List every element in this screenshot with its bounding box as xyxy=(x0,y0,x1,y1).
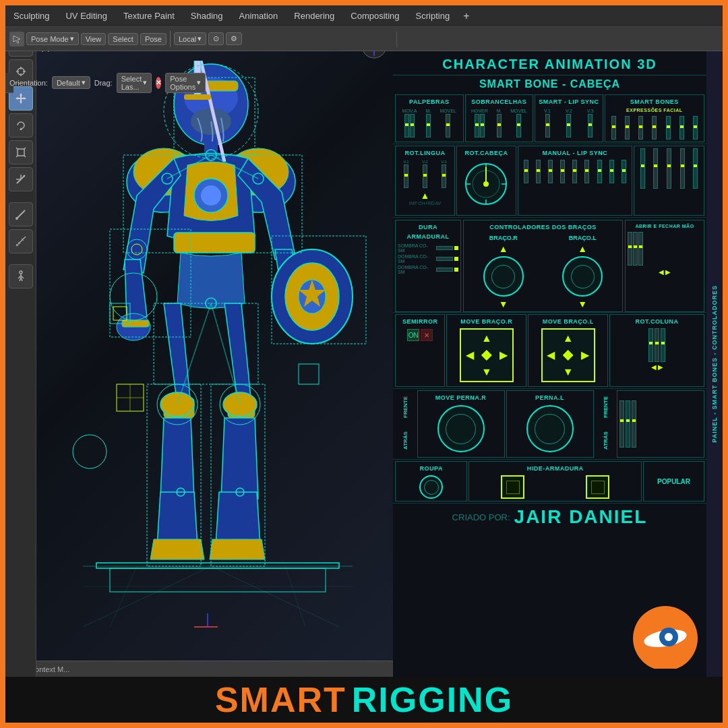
roupa-panel: ROUPA xyxy=(395,461,467,502)
menu-texture-paint[interactable]: Texture Paint xyxy=(121,9,177,22)
abrir-fechar-panel: ABRIR E FECHAR MÃO ◀ ▶ xyxy=(625,220,704,312)
braco-l-label: BRAÇO.L xyxy=(569,235,597,241)
move-braco-l-title: MOVE BRAÇO.L xyxy=(543,317,594,326)
select-btn[interactable]: Select xyxy=(108,33,138,45)
orientation-toolbar: Orientation: Default ▾ Drag: Select Las.… xyxy=(5,73,13,93)
rot-lingua-title: ROT.LINGUA xyxy=(398,148,452,158)
move-braco-l-pad[interactable]: ▲ ◀ ▶ ▼ xyxy=(541,328,595,382)
main-toolbar: Pose Mode▾ View Select Pose Local▾ ⊙ ⚙ xyxy=(5,27,723,51)
palpebras-panel: PALPEBRAS MOV.A M. xyxy=(395,94,464,142)
right-sidebar-panel: PAINEL - SMART BONES - CONTROLADORES xyxy=(706,51,723,677)
credit-section: CRIADO POR: JAIR DANIEL xyxy=(393,503,706,530)
right-content-area: CHARACTER ANIMATION 3D SMART BONE - CABE… xyxy=(393,51,706,677)
perna-row: FRENTE ATRÁS MOVE PERNA.R PERNA xyxy=(393,389,706,460)
svg-point-27 xyxy=(20,271,22,274)
perna-extra-panel xyxy=(617,390,704,458)
bottom-row: ROUPA HIDE-ARMADURA xyxy=(393,460,706,503)
top-controls-row: PALPEBRAS MOV.A M. xyxy=(393,93,706,144)
rot-coluna-panel: ROT.COLUNA ◀ ▶ xyxy=(609,314,704,387)
close-x-button[interactable]: ✕ xyxy=(156,77,161,89)
3d-viewport[interactable]: Z X xyxy=(36,27,393,677)
proportional-btn[interactable]: ⊙ xyxy=(208,32,224,45)
hide-armadura-title: HIDE-ARMADURA xyxy=(471,464,639,473)
move-perna-l-title: PERNA.L xyxy=(535,393,564,402)
rot-coluna-title: ROT.COLUNA xyxy=(636,317,679,326)
snap-btn[interactable]: ⚙ xyxy=(226,32,242,45)
perna-l-wheel[interactable] xyxy=(526,405,574,452)
menu-animation[interactable]: Animation xyxy=(237,9,281,22)
svg-line-16 xyxy=(24,155,26,157)
transform-tool-button[interactable] xyxy=(9,167,33,191)
orientation-label: Orientation: xyxy=(9,79,48,87)
svg-line-73 xyxy=(110,566,137,627)
pose-mode-dropdown[interactable]: Pose Mode▾ xyxy=(26,32,79,45)
perna-r-wheel[interactable] xyxy=(437,405,485,452)
roupa-title: ROUPA xyxy=(398,464,464,473)
scale-tool-button[interactable] xyxy=(9,140,33,164)
svg-marker-8 xyxy=(20,101,22,104)
smart-lip-sync-panel: SMART - LIP SYNC V.1 V.2 xyxy=(535,94,603,142)
second-controls-row: ROT.LINGUA V.1 V.2 xyxy=(393,144,706,218)
svg-rect-87 xyxy=(299,364,319,384)
annotate-tool-button[interactable] xyxy=(9,202,33,226)
measure-tool-button[interactable] xyxy=(9,229,33,253)
pose-btn[interactable]: Pose xyxy=(140,33,166,45)
menu-scripting[interactable]: Scripting xyxy=(413,9,453,22)
left-mode-icon[interactable] xyxy=(9,32,24,47)
atras-label-col: FRENTE ATRÁS xyxy=(595,390,616,458)
anim-panel-title: CHARACTER ANIMATION 3D xyxy=(393,51,706,75)
orientation-dropdown[interactable]: Default ▾ xyxy=(52,76,90,89)
status-bar: Pose Context M... xyxy=(5,661,393,677)
menu-rendering[interactable]: Rendering xyxy=(291,9,337,22)
smart-bones-title: SMART BONES xyxy=(607,97,702,107)
menu-sculpting[interactable]: Sculpting xyxy=(11,9,52,22)
svg-point-43 xyxy=(201,185,221,206)
svg-rect-44 xyxy=(174,233,255,253)
abrir-fechar-title: ABRIR E FECHAR MÃO xyxy=(628,222,702,230)
local-dropdown[interactable]: Local▾ xyxy=(174,32,206,45)
move-braco-r-panel: MOVE BRAÇO.R ▲ ◀ ▶ ▼ xyxy=(446,314,526,387)
author-name: JAIR DANIEL xyxy=(514,506,648,528)
left-toolbox xyxy=(5,27,36,677)
add-workspace-button[interactable]: + xyxy=(463,10,469,22)
left-viewport: User Perspective (3) Armature : CABECA xyxy=(5,27,393,677)
rotate-tool-button[interactable] xyxy=(9,113,33,138)
on-button[interactable]: ON xyxy=(407,329,419,341)
braco-l-section: BRAÇO.L ▲ ▼ xyxy=(562,235,603,309)
svg-line-14 xyxy=(24,148,26,150)
hide-gear2[interactable] xyxy=(586,475,609,499)
svg-marker-9 xyxy=(16,97,18,100)
off-button[interactable]: ✕ xyxy=(421,329,433,341)
pose-tool-button[interactable] xyxy=(9,264,33,289)
svg-line-71 xyxy=(83,566,211,627)
animation-panel: CHARACTER ANIMATION 3D SMART BONE - CABE… xyxy=(393,51,706,677)
menu-uv-editing[interactable]: UV Editing xyxy=(63,9,109,22)
move-perna-r-panel: MOVE PERNA.R xyxy=(417,390,505,458)
app-window: Sculpting UV Editing Texture Paint Shadi… xyxy=(0,0,728,728)
drag-label: Drag: xyxy=(94,79,113,87)
smart-bones-panel: SMART BONES EXPRESSÕES FACIAL xyxy=(605,94,704,142)
dura-title: DURA xyxy=(398,222,458,232)
view-btn[interactable]: View xyxy=(81,33,107,45)
menu-compositing[interactable]: Compositing xyxy=(348,9,402,22)
braco-r-wheel[interactable] xyxy=(483,256,524,297)
character-display xyxy=(69,61,393,667)
rot-lingua-panel: ROT.LINGUA V.1 V.2 xyxy=(395,146,455,216)
hide-gear1[interactable] xyxy=(501,475,524,499)
svg-marker-10 xyxy=(24,97,26,100)
menu-shading[interactable]: Shading xyxy=(188,9,226,22)
expressoes-title: EXPRESSÕES FACIAL xyxy=(607,107,702,114)
rot-cabeca-title: ROT.CABEÇA xyxy=(464,148,508,158)
extra-sliders-panel xyxy=(634,146,704,216)
panel-sidebar-label: PAINEL - SMART BONES - CONTROLADORES xyxy=(711,285,718,443)
drag-dropdown[interactable]: Select Las... ▾ xyxy=(117,73,152,93)
move-braco-r-pad[interactable]: ▲ ◀ ▶ ▼ xyxy=(460,328,514,382)
braco-r-label: BRAÇO.R xyxy=(489,235,518,241)
svg-line-74 xyxy=(285,566,305,627)
pose-options-button[interactable]: Pose Options ▾ xyxy=(165,73,206,93)
svg-line-21 xyxy=(17,210,25,218)
roupa-gear[interactable] xyxy=(419,475,443,499)
bottom-title-bar: SMART RIGGING xyxy=(5,677,723,723)
braco-l-wheel[interactable] xyxy=(562,256,603,297)
braco-r-section: BRAÇO.R ▲ ▼ xyxy=(483,235,524,309)
